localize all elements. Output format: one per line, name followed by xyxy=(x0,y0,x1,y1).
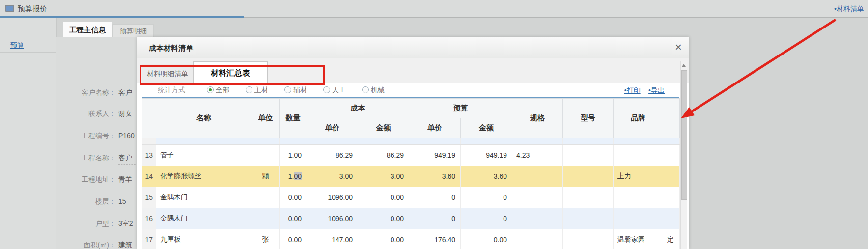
cell-model xyxy=(563,208,614,229)
cell-model xyxy=(563,187,614,208)
modal-cost-material-list: 成本材料清单 × 材料明细清单 材料汇总表 统计方式全部主材辅材人工机械 •打印… xyxy=(137,37,689,249)
radio-icon[interactable] xyxy=(207,86,214,93)
cell-budget-amount: 3.60 xyxy=(461,166,512,187)
form-field-value[interactable]: 谢女 xyxy=(118,110,137,120)
cell-name: 金隅木门 xyxy=(156,187,252,208)
cell-budget-price: 0 xyxy=(409,187,461,208)
form-field-value[interactable]: 青羊 xyxy=(118,175,137,186)
cell-spec: 4.23 xyxy=(512,145,563,166)
form-field-value[interactable]: 建筑 xyxy=(118,241,137,249)
tab-budget-detail[interactable]: 预算明细 xyxy=(112,24,154,37)
cell-brand: 上力 xyxy=(614,166,663,187)
stat-method-label: 统计方式 xyxy=(158,83,185,97)
form-field-value[interactable]: P160 xyxy=(118,132,137,141)
form-field-label: 楼层： xyxy=(56,197,116,206)
cell-rownum: 16 xyxy=(142,208,156,229)
cell-spec xyxy=(512,229,563,249)
col-header-stub xyxy=(663,99,680,138)
table-row[interactable]: 13管子1.0086.2986.29949.19949.194.23 xyxy=(142,145,680,166)
stat-option-主材[interactable]: 主材 xyxy=(246,83,268,97)
cell-spec xyxy=(512,166,563,187)
radio-icon[interactable] xyxy=(284,86,291,93)
cell-qty[interactable]: 0.00 xyxy=(280,208,307,229)
table-row[interactable]: 17九厘板张0.00147.000.00176.400.00温馨家园定 xyxy=(142,229,680,249)
page-title: 预算报价 xyxy=(18,4,47,14)
stat-option-辅材[interactable]: 辅材 xyxy=(284,83,307,97)
table-row[interactable]: 15金隅木门0.001096.000.0000 xyxy=(142,187,680,208)
cell-name: 管子 xyxy=(156,145,252,166)
cell-qty[interactable]: 1.00 xyxy=(280,145,307,166)
radio-icon[interactable] xyxy=(246,86,252,93)
print-link[interactable]: •打印 xyxy=(624,86,641,94)
col-header-budget-amount: 金额 xyxy=(461,118,512,138)
modal-action-links: •打印 •导出 xyxy=(618,83,665,98)
cell-model xyxy=(563,229,614,249)
cell-qty[interactable]: 0.00 xyxy=(280,187,307,208)
cell-qty[interactable]: 1.00 xyxy=(280,166,307,187)
form-field-value[interactable]: 客户 xyxy=(118,88,137,99)
form-field: 联系人：谢女 xyxy=(56,109,137,119)
radio-icon[interactable] xyxy=(323,86,330,93)
cell-budget-amount: 949.19 xyxy=(461,145,512,166)
material-summary-table: 名称单位数量成本预算规格型号品牌单价金额单价金额13管子1.0086.2986.… xyxy=(142,98,680,249)
form-field: 工程编号：P160 xyxy=(56,131,137,141)
cell-unit: 张 xyxy=(252,229,280,249)
form-field-label: 联系人： xyxy=(56,110,116,118)
export-link[interactable]: •导出 xyxy=(648,86,665,94)
form-field-value[interactable]: 客户 xyxy=(118,154,137,165)
sidebar-item-budget[interactable]: 预算 xyxy=(0,37,56,53)
form-field-value[interactable]: 15 xyxy=(118,197,137,207)
modal-title: 成本材料清单 xyxy=(149,37,193,58)
cell-spec xyxy=(512,208,563,229)
form-field-value[interactable]: 3室2 xyxy=(118,220,137,230)
col-header-name: 名称 xyxy=(156,99,252,138)
cell-cost-amount: 0.00 xyxy=(358,208,409,229)
cell-budget-amount: 0 xyxy=(461,187,512,208)
cell-name: 化学膨胀螺丝 xyxy=(156,166,252,187)
budget-link[interactable]: 预算 xyxy=(10,41,24,49)
col-header-model: 型号 xyxy=(563,99,614,138)
modal-scrollbar[interactable] xyxy=(680,61,687,249)
form-field: 楼层：15 xyxy=(56,197,137,207)
col-header-qty: 数量 xyxy=(280,99,307,138)
form-field: 户型：3室2 xyxy=(56,219,137,229)
stat-option-人工[interactable]: 人工 xyxy=(323,83,346,97)
tab-material-summary[interactable]: 材料汇总表 xyxy=(193,61,268,83)
col-group-budget: 预算 xyxy=(409,99,512,118)
tab-material-detail-list[interactable]: 材料明细清单 xyxy=(142,64,193,83)
cell-name: 九厘板 xyxy=(156,229,252,249)
col-header-cost-price: 单价 xyxy=(307,118,358,138)
selected-text: 00 xyxy=(294,172,302,180)
stat-option-机械[interactable]: 机械 xyxy=(362,83,385,97)
cell-cost-amount: 3.00 xyxy=(358,166,409,187)
modal-header: 成本材料清单 × xyxy=(137,37,689,58)
form-field: 工程地址：青羊 xyxy=(56,175,137,185)
scroll-up-arrow-icon[interactable] xyxy=(682,64,686,67)
table-row[interactable]: 16金隅木门0.001096.000.0000 xyxy=(142,208,680,229)
form-field-label: 客户名称： xyxy=(56,88,116,97)
stat-option-全部[interactable]: 全部 xyxy=(207,83,229,97)
col-header-cost-amount: 金额 xyxy=(358,118,409,138)
cell-unit xyxy=(252,208,280,229)
close-icon[interactable]: × xyxy=(675,40,682,54)
table-row[interactable]: 14化学膨胀螺丝颗1.003.003.003.603.60上力 xyxy=(142,166,680,187)
cell-rownum: 15 xyxy=(142,187,156,208)
cell-extra: 定 xyxy=(663,229,680,249)
cell-budget-price: 3.60 xyxy=(409,166,461,187)
cell-cost-price: 3.00 xyxy=(307,166,358,187)
stat-method-row: 统计方式全部主材辅材人工机械 •打印 •导出 xyxy=(142,83,679,97)
cell-qty[interactable]: 0.00 xyxy=(280,229,307,249)
scrollbar-thumb[interactable] xyxy=(681,70,687,200)
form-field-label: 工程地址： xyxy=(56,175,116,184)
cell-name: 金隅木门 xyxy=(156,208,252,229)
cell-extra xyxy=(663,145,680,166)
project-info-form: 客户名称：客户联系人：谢女工程编号：P160工程名称：客户工程地址：青羊楼层：1… xyxy=(56,37,137,249)
cell-model xyxy=(563,166,614,187)
radio-icon[interactable] xyxy=(362,86,369,93)
tab-project-owner-info[interactable]: 工程主信息 xyxy=(63,22,112,37)
cell-brand: 温馨家园 xyxy=(614,229,663,249)
material-list-link[interactable]: •材料清单 xyxy=(834,5,864,14)
computer-icon xyxy=(5,5,14,13)
modal-tab-bar: 材料明细清单 材料汇总表 xyxy=(137,58,689,83)
col-header-rownum xyxy=(142,99,156,138)
